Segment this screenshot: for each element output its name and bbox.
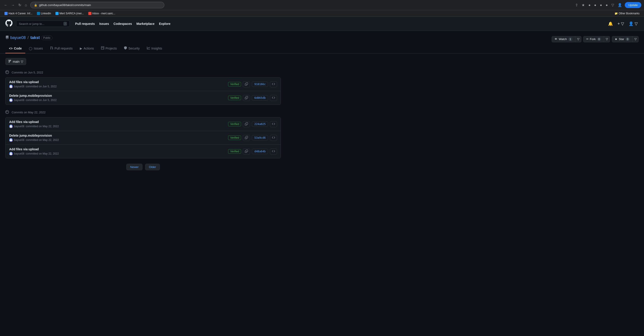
nav-explore[interactable]: Explore: [157, 21, 172, 27]
bookmark-twitter[interactable]: Mert SARICA (mer...: [54, 11, 86, 16]
browse-files-btn-2-3[interactable]: [270, 148, 277, 154]
bookmark-linkedin[interactable]: LinkedIn: [35, 11, 53, 16]
browse-files-btn-1-2[interactable]: [270, 95, 277, 101]
tab-issues-label: Issues: [34, 47, 43, 50]
extension-icon-1[interactable]: ●: [588, 2, 592, 8]
profile-icon[interactable]: 👤: [617, 2, 623, 8]
browse-files-btn-2-1[interactable]: [270, 121, 277, 127]
commit-committed-text-2-3: committed on May 22, 2022: [26, 152, 59, 155]
fork-button[interactable]: ⚰ Fork 0: [583, 36, 604, 42]
verified-badge-2-1: Verified: [228, 122, 241, 126]
commit-title-1-1[interactable]: Add files via upload: [9, 80, 226, 84]
watch-button[interactable]: 👁 Watch 1: [552, 36, 575, 42]
bookmark-gmail[interactable]: Inbox - mert.saric...: [86, 11, 117, 16]
commit-author-1-2: bayue08: [14, 99, 24, 102]
eye-icon: 👁: [554, 37, 558, 41]
notifications-bell[interactable]: 🔔: [607, 20, 614, 27]
browser-toolbar-right: ⇧ ★ ● ● ● ● ▽ 👤 Update: [574, 2, 641, 8]
other-bookmarks[interactable]: 📁 Other Bookmarks: [613, 11, 641, 16]
bookmark-star-icon[interactable]: ★: [581, 2, 586, 8]
copy-hash-button-2-1[interactable]: [243, 121, 250, 127]
avatar: [9, 124, 13, 128]
verified-badge-1-2: Verified: [228, 96, 241, 100]
address-bar[interactable]: 🔒 github.com/bayue08/takst/commits/main: [30, 2, 164, 8]
older-page-button[interactable]: Older: [145, 164, 160, 170]
tab-insights[interactable]: Insights: [143, 44, 166, 53]
commit-hash-link-2-2[interactable]: 53a9cd6: [252, 135, 268, 140]
commit-title-2-3[interactable]: Add files via upload: [9, 147, 226, 151]
security-icon: [124, 46, 127, 50]
commit-hash-link-1-1[interactable]: 918166c: [252, 82, 268, 87]
new-item-btn[interactable]: + ▽: [616, 20, 625, 27]
copy-hash-button-2-2[interactable]: [243, 135, 250, 141]
commit-hash-link-1-2[interactable]: 6d865db: [252, 95, 268, 101]
bookmark-hack4career[interactable]: Hack 4 Career. Inf...: [3, 11, 34, 16]
watch-label: Watch: [559, 37, 567, 41]
fork-dropdown[interactable]: ▽: [604, 36, 610, 42]
bookmark-label-4: Inbox - mert.saric...: [92, 12, 116, 15]
commit-actions-1-2: Verified 6d865db: [228, 95, 277, 101]
home-button[interactable]: ⌂: [24, 2, 28, 8]
tab-actions[interactable]: ▶ Actions: [76, 44, 98, 53]
extension-icon-2[interactable]: ●: [593, 2, 597, 8]
main-content: main ▽ Commits on Jun 5, 2022 Add files …: [0, 54, 286, 175]
issues-icon: ◯: [29, 47, 32, 50]
forward-button[interactable]: →: [10, 2, 16, 8]
copy-hash-button-1-2[interactable]: [243, 95, 250, 101]
back-button[interactable]: ←: [3, 2, 9, 8]
nav-marketplace[interactable]: Marketplace: [134, 21, 156, 27]
share-icon[interactable]: ⇧: [574, 2, 579, 8]
commit-info-2-1: Add files via upload bayue08 committed o…: [9, 120, 226, 128]
nav-codespaces[interactable]: Codespaces: [112, 21, 134, 27]
commit-title-2-1[interactable]: Add files via upload: [9, 120, 226, 124]
star-button[interactable]: ★ Star 0: [612, 36, 632, 42]
nav-issues[interactable]: Issues: [98, 21, 111, 27]
commit-title-1-2[interactable]: Delete jump.mobileprovision: [9, 94, 226, 97]
nav-pull-requests[interactable]: Pull requests: [73, 21, 96, 27]
code-icon: <>: [9, 47, 12, 50]
extensions-btn[interactable]: ▽: [610, 2, 615, 8]
commit-clock-icon-1: [5, 70, 9, 75]
commit-info-2-3: Add files via upload bayue08 committed o…: [9, 147, 226, 155]
newer-page-button[interactable]: Newer: [126, 164, 142, 170]
watch-dropdown[interactable]: ▽: [575, 36, 582, 42]
tab-pr-label: Pull requests: [54, 47, 73, 50]
reload-button[interactable]: ↻: [17, 2, 22, 8]
tab-code[interactable]: <> Code: [5, 44, 25, 53]
branch-name: main: [13, 60, 20, 63]
repo-name-link[interactable]: takst: [30, 35, 40, 40]
repo-tabs: <> Code ◯ Issues Pull requests ▶ Actions: [5, 44, 639, 53]
commit-title-2-2[interactable]: Delete jump.mobileprovision: [9, 134, 226, 137]
avatar: [9, 152, 13, 155]
verified-badge-2-3: Verified: [228, 149, 241, 154]
tab-projects-label: Projects: [106, 47, 117, 50]
extension-icon-4[interactable]: ●: [605, 2, 609, 8]
tab-issues[interactable]: ◯ Issues: [25, 44, 46, 53]
browse-files-btn-1-1[interactable]: [270, 81, 277, 87]
commit-hash-link-2-1[interactable]: 224a025: [252, 121, 268, 127]
search-box[interactable]: Search or jump to... /: [16, 21, 70, 27]
repo-owner-link[interactable]: bayue08: [10, 35, 26, 40]
bookmark-folder-icon: 📁: [614, 12, 618, 15]
copy-hash-button-1-1[interactable]: [243, 81, 250, 87]
star-dropdown[interactable]: ▽: [632, 36, 639, 42]
github-logo[interactable]: [5, 20, 12, 28]
tab-projects[interactable]: Projects: [98, 44, 120, 53]
search-placeholder: Search or jump to...: [19, 22, 44, 26]
repo-slash: /: [28, 35, 28, 40]
bookmark-favicon-2: [37, 12, 40, 15]
extension-icon-3[interactable]: ●: [599, 2, 603, 8]
commits-group-1: Add files via upload bayue08 committed o…: [5, 77, 281, 105]
commit-actions-2-1: Verified 224a025: [228, 121, 277, 127]
commit-hash-link-2-3[interactable]: d48a64b: [252, 149, 268, 154]
tab-pull-requests[interactable]: Pull requests: [46, 44, 76, 53]
projects-icon: [101, 46, 104, 50]
browse-files-btn-2-2[interactable]: [270, 135, 277, 141]
tab-security[interactable]: Security: [120, 44, 143, 53]
commit-info-1-1: Add files via upload bayue08 committed o…: [9, 80, 226, 88]
user-avatar-btn[interactable]: 👤 ▽: [628, 20, 639, 27]
copy-hash-button-2-3[interactable]: [243, 148, 250, 154]
update-button[interactable]: Update: [625, 2, 641, 8]
branch-selector[interactable]: main ▽: [5, 58, 26, 65]
bookmarks-bar: Hack 4 Career. Inf... LinkedIn Mert SARI…: [0, 10, 644, 17]
